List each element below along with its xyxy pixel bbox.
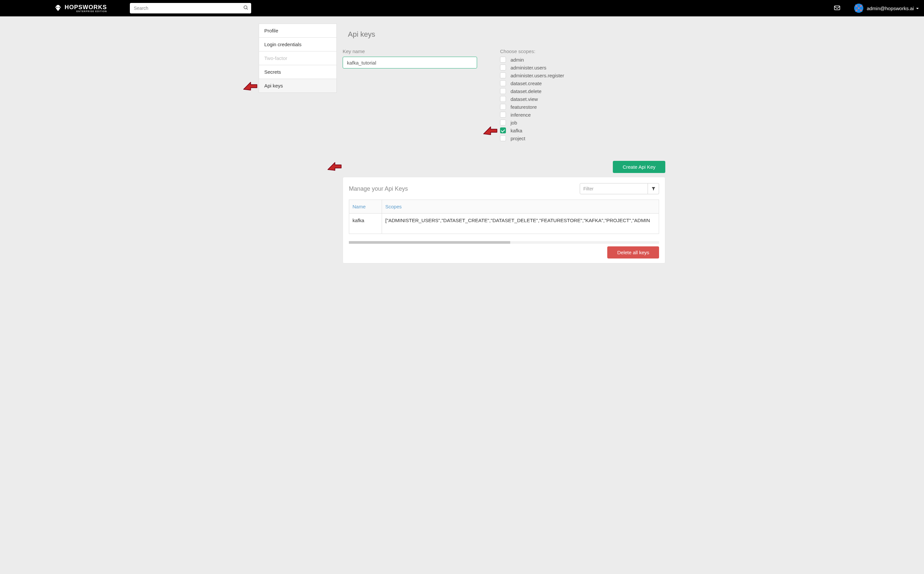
key-name-label: Key name [343, 49, 477, 54]
sidebar-item-profile[interactable]: Profile [259, 24, 337, 37]
scope-featurestore: featurestore [500, 104, 665, 110]
scope-dataset.create: dataset.create [500, 80, 665, 86]
scope-label: project [511, 136, 525, 141]
scope-label: admin [511, 57, 524, 63]
svg-rect-4 [856, 5, 858, 6]
table-row: kafka["ADMINISTER_USERS","DATASET_CREATE… [349, 214, 659, 234]
page-title: Api keys [348, 30, 665, 39]
scope-kafka: kafka [500, 128, 665, 133]
scope-label: job [511, 120, 517, 126]
sidebar-item-secrets[interactable]: Secrets [259, 65, 337, 79]
brand-name: HOPSWORKS [65, 4, 107, 10]
scope-checkbox[interactable] [500, 88, 506, 94]
horizontal-scrollbar[interactable] [349, 241, 659, 244]
search-button[interactable] [243, 5, 248, 11]
manage-panel: Manage your Api Keys Name Scopes kafka["… [343, 177, 665, 263]
scope-project: project [500, 135, 665, 141]
scope-job: job [500, 120, 665, 126]
search-box [130, 3, 251, 13]
manage-title: Manage your Api Keys [349, 185, 408, 192]
sidebar-label: Api keys [264, 83, 283, 88]
callout-arrow-icon [242, 78, 258, 94]
scope-administer.users.register: administer.users.register [500, 73, 665, 78]
scope-label: administer.users.register [511, 73, 564, 78]
sidebar-label: Profile [264, 28, 278, 33]
svg-line-1 [247, 8, 248, 9]
scope-checkbox[interactable] [500, 80, 506, 86]
sidebar-label: Secrets [264, 69, 281, 75]
scope-administer.users: administer.users [500, 65, 665, 71]
search-input[interactable] [130, 3, 251, 13]
hops-icon [54, 4, 62, 12]
sidebar-label: Login credentials [264, 42, 301, 47]
brand-logo[interactable]: HOPSWORKS ENTERPRISE EDITION [54, 4, 107, 13]
filter-icon [651, 186, 656, 191]
svg-rect-6 [858, 8, 859, 9]
sidebar-item-login-credentials[interactable]: Login credentials [259, 37, 337, 51]
scope-label: kafka [511, 128, 522, 133]
main-area: Api keys Key name Choose scopes: adminad… [343, 24, 665, 263]
sidebar: Profile Login credentials Two-factor Sec… [259, 24, 337, 263]
svg-rect-8 [861, 9, 862, 11]
scope-checkbox[interactable] [500, 112, 506, 118]
scope-dataset.delete: dataset.delete [500, 88, 665, 94]
filter-input[interactable] [580, 183, 648, 194]
sidebar-label: Two-factor [264, 55, 287, 61]
col-scopes[interactable]: Scopes [382, 200, 659, 214]
scope-label: dataset.view [511, 96, 538, 102]
svg-point-0 [244, 6, 247, 9]
scope-checkbox[interactable] [500, 128, 506, 133]
scope-label: inference [511, 112, 531, 118]
scope-checkbox[interactable] [500, 104, 506, 110]
scope-label: administer.users [511, 65, 546, 71]
scope-label: dataset.delete [511, 88, 541, 94]
sidebar-item-api-keys[interactable]: Api keys [259, 79, 337, 93]
scopes-list: adminadminister.usersadminister.users.re… [500, 57, 665, 141]
cell-name: kafka [349, 214, 382, 234]
key-name-input[interactable] [343, 57, 477, 68]
api-keys-table: Name Scopes kafka["ADMINISTER_USERS","DA… [349, 200, 659, 234]
navbar: HOPSWORKS ENTERPRISE EDITION admin@hopsw… [0, 0, 924, 16]
create-api-key-button[interactable]: Create Api Key [613, 161, 665, 173]
col-name[interactable]: Name [349, 200, 382, 214]
scope-label: featurestore [511, 104, 537, 110]
callout-arrow-icon [482, 123, 498, 139]
svg-rect-7 [856, 9, 858, 11]
scope-dataset.view: dataset.view [500, 96, 665, 102]
brand-sub: ENTERPRISE EDITION [65, 10, 107, 13]
scope-checkbox[interactable] [500, 73, 506, 78]
mail-button[interactable] [834, 5, 840, 12]
scope-checkbox[interactable] [500, 135, 506, 141]
scope-checkbox[interactable] [500, 65, 506, 71]
scope-inference: inference [500, 112, 665, 118]
scopes-label: Choose scopes: [500, 49, 665, 54]
mail-icon [834, 5, 840, 11]
user-menu[interactable]: admin@hopsworks.ai [854, 3, 919, 13]
avatar [854, 3, 863, 13]
search-icon [243, 5, 248, 11]
sidebar-item-two-factor[interactable]: Two-factor [259, 51, 337, 65]
svg-rect-5 [861, 5, 862, 6]
cell-scopes: ["ADMINISTER_USERS","DATASET_CREATE","DA… [382, 214, 659, 234]
user-email: admin@hopsworks.ai [867, 6, 914, 11]
scope-checkbox[interactable] [500, 57, 506, 63]
filter-button[interactable] [648, 183, 659, 194]
scope-checkbox[interactable] [500, 96, 506, 102]
scope-checkbox[interactable] [500, 120, 506, 126]
scope-admin: admin [500, 57, 665, 63]
svg-rect-2 [834, 6, 840, 10]
caret-down-icon [916, 6, 919, 11]
delete-all-keys-button[interactable]: Delete all keys [607, 246, 659, 259]
scope-label: dataset.create [511, 80, 542, 86]
